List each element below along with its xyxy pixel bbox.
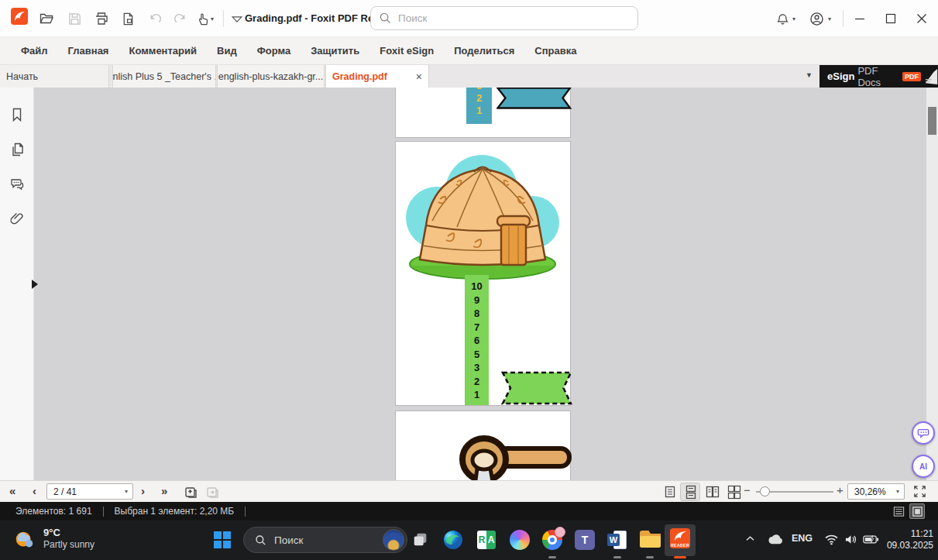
open-file-button[interactable] [37, 9, 56, 28]
taskbar-clock[interactable]: 11:21 09.03.2025 [871, 528, 933, 551]
thumbnail-view-toggle[interactable] [909, 503, 925, 519]
copilot-icon[interactable] [510, 530, 530, 550]
menu-form[interactable]: Форма [247, 45, 301, 57]
tab-grading-active[interactable]: Grading.pdf × [325, 65, 429, 88]
clock-time: 11:21 [871, 528, 933, 540]
menu-help[interactable]: Справка [524, 45, 586, 57]
weather-temperature[interactable]: 9°C [43, 527, 60, 538]
score-number: 1 [474, 390, 479, 400]
export-page-button[interactable] [119, 9, 137, 28]
previous-view-button[interactable] [183, 484, 198, 500]
bottom-toolbar: « ‹ 2 / 41 ▾ › » − + 30,26% [0, 480, 938, 502]
menu-view[interactable]: Вид [207, 45, 247, 57]
undo-button[interactable] [146, 9, 164, 28]
edge-browser-icon[interactable] [443, 530, 463, 550]
continuous-view-button[interactable] [683, 484, 699, 500]
print-button[interactable] [92, 9, 111, 28]
tab-english-plus-kazakh[interactable]: english-plus-kazakh-gr... [217, 65, 325, 88]
tab-list-caret-icon[interactable]: ▼ [806, 71, 813, 79]
pages-panel-icon[interactable] [9, 142, 25, 157]
volume-icon[interactable] [844, 534, 857, 545]
scrollbar-thumb[interactable] [928, 107, 936, 135]
vertical-scrollbar[interactable] [926, 88, 938, 480]
taskbar-search-input[interactable] [274, 534, 359, 546]
foxit-reader-taskbar-icon[interactable]: READER [670, 528, 690, 548]
minimize-button[interactable] [848, 8, 871, 29]
close-button[interactable] [910, 8, 933, 29]
zoom-out-button[interactable]: − [744, 483, 751, 496]
single-page-view-button[interactable] [662, 484, 678, 500]
score-number: 2 [474, 376, 479, 387]
file-explorer-icon[interactable] [640, 531, 661, 548]
zoom-caret-icon[interactable]: ▾ [896, 488, 899, 495]
word-icon[interactable]: W [607, 530, 627, 550]
sidebar-expander-arrow[interactable] [32, 280, 38, 289]
redo-button[interactable] [170, 9, 189, 28]
score-number: 6 [474, 335, 479, 346]
teams-icon[interactable]: T [575, 530, 595, 550]
weather-condition[interactable]: Partly sunny [43, 539, 94, 550]
items-count-text: Элементов: 1 691 [15, 506, 92, 517]
hand-tool-button[interactable] [194, 9, 212, 28]
facing-view-button[interactable] [705, 484, 720, 500]
menu-share[interactable]: Поделиться [444, 45, 524, 57]
account-icon[interactable] [807, 9, 826, 28]
search-input[interactable] [398, 12, 615, 24]
attachments-panel-icon[interactable] [9, 211, 25, 226]
ai-assistant-fab[interactable]: AI [912, 455, 935, 478]
search-highlight-image[interactable] [383, 529, 404, 551]
menu-foxit-esign[interactable]: Foxit eSign [369, 45, 444, 57]
page-caret-icon[interactable]: ▾ [125, 488, 128, 495]
reading-app-icon[interactable]: R A [477, 531, 496, 549]
pdf-page-2[interactable]: 10 9 8 7 6 5 3 2 1 [395, 141, 571, 406]
menu-file[interactable]: Файл [11, 45, 58, 57]
page2-green-ribbon-selected[interactable] [501, 371, 572, 405]
collapse-toolbar-icon[interactable] [228, 10, 246, 29]
notifications-bell-icon[interactable] [773, 10, 792, 29]
pdf-page-3[interactable] [395, 411, 571, 480]
notifications-caret-icon[interactable]: ▾ [792, 15, 795, 22]
maximize-button[interactable] [879, 8, 902, 29]
bookmarks-panel-icon[interactable] [9, 107, 25, 122]
fullscreen-button[interactable] [912, 484, 928, 500]
first-page-button[interactable]: « [9, 484, 15, 497]
pdf-page-1[interactable]: 3 2 1 [395, 88, 571, 138]
last-page-button[interactable]: » [161, 484, 167, 497]
facing-continuous-view-button[interactable] [727, 484, 742, 500]
task-view-icon[interactable] [412, 531, 432, 551]
zoom-in-button[interactable]: + [837, 483, 844, 496]
start-button[interactable] [214, 531, 231, 548]
menu-protect[interactable]: Защитить [301, 45, 369, 57]
explorer-statusbar: Элементов: 1 691 Выбран 1 элемент: 2,20 … [0, 502, 938, 520]
score-number: 3 [474, 362, 479, 373]
page-number-box[interactable]: 2 / 41 ▾ [46, 483, 133, 500]
next-page-button[interactable]: › [141, 484, 145, 497]
list-view-toggle[interactable] [891, 503, 906, 519]
account-caret-icon[interactable]: ▾ [828, 15, 831, 22]
ai-chat-fab[interactable] [912, 421, 935, 445]
tray-chevron-icon[interactable] [745, 535, 755, 542]
zoom-slider-knob[interactable] [760, 486, 770, 496]
taskbar-search[interactable] [243, 527, 407, 553]
score-number: 10 [471, 281, 482, 292]
language-indicator[interactable]: ENG [792, 533, 813, 544]
menu-comment[interactable]: Комментарий [119, 45, 207, 57]
tab-start-page[interactable]: Начать [0, 65, 109, 88]
previous-page-button[interactable]: ‹ [33, 484, 36, 497]
next-view-button[interactable] [204, 484, 220, 500]
zoom-level-box[interactable]: 30,26% ▾ [847, 483, 905, 500]
comments-panel-icon[interactable] [9, 176, 25, 191]
onedrive-cloud-icon[interactable] [767, 534, 785, 545]
weather-icon[interactable] [12, 528, 36, 551]
tab-close-icon[interactable]: × [416, 70, 422, 83]
save-button[interactable] [65, 9, 84, 28]
esign-pen-icon [924, 68, 938, 85]
wifi-icon[interactable] [824, 534, 839, 545]
score-number: 5 [474, 349, 479, 360]
tab-english-plus-teachers[interactable]: Enlish Plus 5 _Teacher's ... [112, 65, 216, 88]
menu-home[interactable]: Главная [58, 45, 119, 57]
hand-tool-caret-icon[interactable]: ▾ [211, 15, 214, 22]
statusbar-divider [103, 507, 104, 517]
esign-promo-banner[interactable]: eSign PDF Docs PDF [819, 65, 938, 88]
toolbar-search[interactable] [370, 6, 638, 30]
